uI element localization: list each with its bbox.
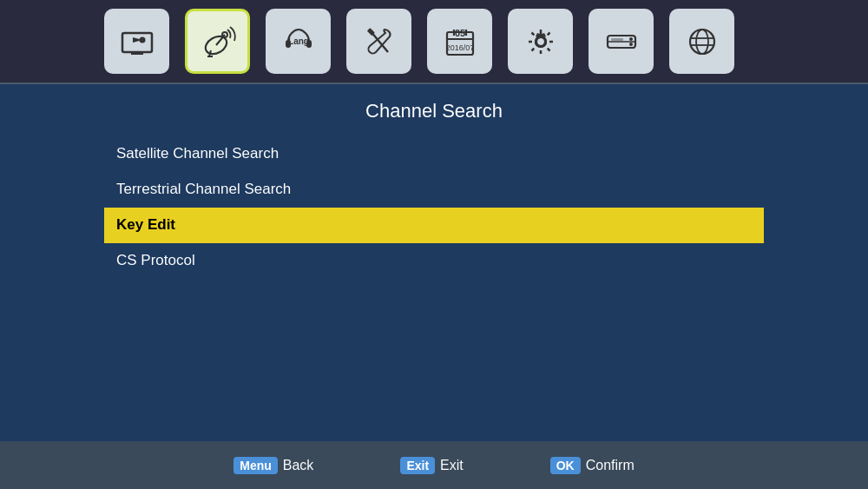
svg-rect-1 bbox=[131, 52, 143, 55]
menu-list: Satellite Channel Search Terrestrial Cha… bbox=[104, 136, 764, 279]
ok-confirm-label: Confirm bbox=[586, 458, 635, 473]
ok-confirm-btn[interactable]: OK Confirm bbox=[550, 457, 635, 474]
page-title: Channel Search bbox=[104, 84, 764, 136]
svg-text:Lang: Lang bbox=[288, 36, 309, 46]
svg-rect-0 bbox=[122, 33, 152, 52]
nav-icon-calendar[interactable]: 2016/07 05 bbox=[427, 9, 492, 74]
svg-line-7 bbox=[209, 50, 211, 56]
nav-icon-storage[interactable] bbox=[589, 9, 654, 74]
exit-badge: Exit bbox=[400, 457, 435, 474]
exit-btn[interactable]: Exit Exit bbox=[400, 457, 463, 474]
main-content: Channel Search Satellite Channel Search … bbox=[0, 84, 868, 441]
svg-point-3 bbox=[139, 36, 145, 43]
svg-rect-28 bbox=[611, 38, 623, 41]
svg-point-27 bbox=[629, 43, 633, 46]
nav-icon-satellite[interactable] bbox=[185, 9, 250, 74]
screen: Lang 2016/07 05 bbox=[0, 0, 868, 489]
menu-item-satellite-search[interactable]: Satellite Channel Search bbox=[104, 136, 764, 172]
menu-back-label: Back bbox=[283, 458, 314, 473]
svg-point-29 bbox=[690, 30, 714, 54]
ok-badge: OK bbox=[550, 457, 581, 474]
nav-icon-web[interactable] bbox=[669, 9, 734, 74]
menu-item-cs-protocol[interactable]: CS Protocol bbox=[104, 243, 764, 279]
exit-label: Exit bbox=[440, 458, 464, 473]
svg-text:2016/07: 2016/07 bbox=[445, 43, 474, 52]
nav-icon-language[interactable]: Lang bbox=[266, 9, 331, 74]
nav-icon-tv[interactable] bbox=[104, 9, 169, 74]
nav-icon-settings[interactable] bbox=[508, 9, 573, 74]
bottom-bar: Menu Back Exit Exit OK Confirm bbox=[0, 441, 868, 489]
menu-badge: Menu bbox=[233, 457, 278, 474]
nav-bar: Lang 2016/07 05 bbox=[0, 0, 868, 84]
svg-text:05: 05 bbox=[454, 28, 464, 38]
svg-point-26 bbox=[629, 37, 633, 41]
nav-icon-tools[interactable] bbox=[346, 9, 411, 74]
menu-back-btn[interactable]: Menu Back bbox=[233, 457, 313, 474]
svg-point-30 bbox=[696, 30, 708, 54]
menu-item-key-edit[interactable]: Key Edit bbox=[104, 208, 764, 243]
menu-item-terrestrial-search[interactable]: Terrestrial Channel Search bbox=[104, 172, 764, 208]
